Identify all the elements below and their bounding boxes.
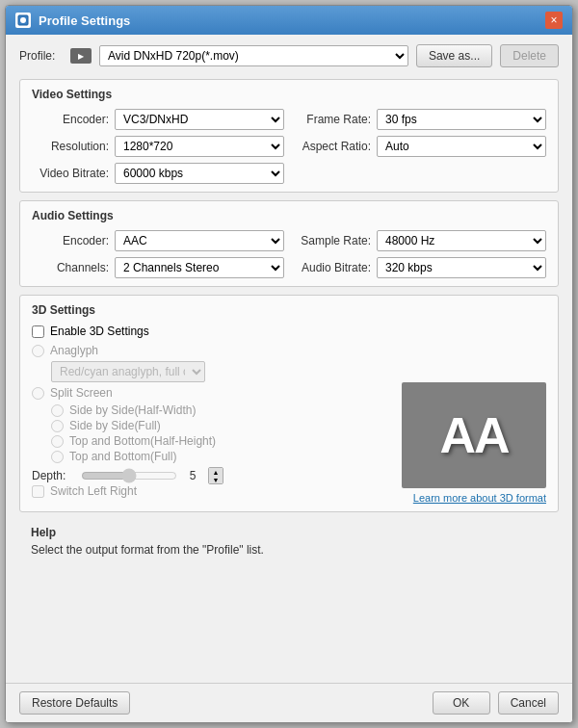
dialog-title: Profile Settings [39,13,545,28]
aspect-ratio-select[interactable]: Auto [377,136,546,157]
help-text: Select the output format from the "Profi… [31,543,547,557]
video-settings-grid: Encoder: VC3/DNxHD Frame Rate: 30 fps Re… [32,109,546,184]
video-bitrate-row: Video Bitrate: 60000 kbps [32,163,284,184]
3d-preview: AA [402,382,546,488]
depth-down-button[interactable]: ▼ [209,476,223,483]
switch-lr-checkbox[interactable] [32,485,44,498]
encoder-row: Encoder: VC3/DNxHD [32,109,284,130]
option3-row: Top and Bottom(Half-Height) [51,434,392,448]
top-bottom-full-radio[interactable] [51,451,64,463]
help-title: Help [31,526,547,539]
enable-3d-label: Enable 3D Settings [50,325,149,338]
split-screen-radio[interactable] [32,387,44,400]
channels-label: Channels: [32,261,109,274]
encoder-select[interactable]: VC3/DNxHD [115,109,284,130]
video-settings-section: Video Settings Encoder: VC3/DNxHD Frame … [19,79,559,193]
sample-rate-row: Sample Rate: 48000 Hz [294,230,546,251]
split-screen-label: Split Screen [50,386,113,400]
video-bitrate-label: Video Bitrate: [32,167,109,180]
frame-rate-select[interactable]: 30 fps [377,109,546,130]
audio-encoder-select[interactable]: AAC [115,230,284,251]
aspect-ratio-row: Aspect Ratio: Auto [294,136,546,157]
video-bitrate-select[interactable]: 60000 kbps [115,163,284,184]
enable-3d-row: Enable 3D Settings [32,325,392,338]
depth-spinner: ▲ ▼ [208,467,223,484]
switch-lr-label: Switch Left Right [50,484,137,498]
frame-rate-label: Frame Rate: [294,113,371,126]
help-section: Help Select the output format from the "… [19,520,559,562]
resolution-label: Resolution: [32,140,109,153]
ok-button[interactable]: OK [433,691,490,715]
side-by-side-full-radio[interactable] [51,420,64,432]
3d-settings-section: 3D Settings Enable 3D Settings Anaglyph [19,295,559,512]
anaglyph-label: Anaglyph [50,344,98,357]
profile-icon: ▶ [70,48,92,64]
audio-encoder-label: Encoder: [32,234,109,247]
audio-encoder-row: Encoder: AAC [32,230,284,251]
top-bottom-half-radio[interactable] [51,435,64,448]
option3-label: Top and Bottom(Half-Height) [69,434,216,448]
option2-row: Side by Side(Full) [51,419,392,432]
anaglyph-select-row: Red/cyan anaglyph, full color [51,361,392,382]
video-settings-title: Video Settings [32,88,546,101]
preview-text: AA [439,406,508,464]
cancel-button[interactable]: Cancel [498,691,559,715]
svg-point-1 [20,17,26,23]
learn-more-link[interactable]: Learn more about 3D format [413,492,546,504]
profile-settings-dialog: Profile Settings × Profile: ▶ Avid DNxHD… [5,5,573,723]
encoder-label: Encoder: [32,113,109,126]
audio-settings-section: Audio Settings Encoder: AAC Sample Rate:… [19,200,559,287]
profile-select[interactable]: Avid DNxHD 720p(*.mov) [99,45,408,66]
depth-slider[interactable] [81,468,177,483]
audio-bitrate-select[interactable]: 320 kbps [377,257,546,278]
profile-row: Profile: ▶ Avid DNxHD 720p(*.mov) Save a… [19,44,559,67]
audio-settings-grid: Encoder: AAC Sample Rate: 48000 Hz Chann… [32,230,546,278]
channels-row: Channels: 2 Channels Stereo [32,257,284,278]
sample-rate-label: Sample Rate: [294,234,371,247]
3d-preview-wrapper: AA Learn more about 3D format [402,325,546,504]
channels-select[interactable]: 2 Channels Stereo [115,257,284,278]
resolution-select[interactable]: 1280*720 [115,136,284,157]
audio-bitrate-row: Audio Bitrate: 320 kbps [294,257,546,278]
aspect-ratio-label: Aspect Ratio: [294,140,371,153]
split-screen-radio-row: Split Screen [32,386,392,400]
save-as-button[interactable]: Save as... [416,44,492,67]
switch-lr-row: Switch Left Right [32,484,392,498]
title-bar: Profile Settings × [6,6,572,35]
3d-settings-title: 3D Settings [32,303,546,317]
3d-controls: Enable 3D Settings Anaglyph Red/cyan ana… [32,325,392,504]
restore-defaults-button[interactable]: Restore Defaults [19,691,130,715]
anaglyph-select[interactable]: Red/cyan anaglyph, full color [51,361,205,382]
option4-label: Top and Bottom(Full) [69,450,176,463]
option2-label: Side by Side(Full) [69,419,161,432]
option1-label: Side by Side(Half-Width) [69,403,196,417]
audio-settings-title: Audio Settings [32,209,546,222]
profile-label: Profile: [19,49,63,63]
side-by-side-half-radio[interactable] [51,404,64,417]
enable-3d-checkbox[interactable] [32,325,44,338]
footer-right: OK Cancel [433,691,559,715]
anaglyph-radio-row: Anaglyph [32,344,392,357]
split-options: Side by Side(Half-Width) Side by Side(Fu… [51,403,392,463]
footer: Restore Defaults OK Cancel [6,683,572,722]
anaglyph-radio[interactable] [32,345,44,357]
delete-button[interactable]: Delete [500,44,559,67]
depth-value: 5 [183,469,202,482]
close-button[interactable]: × [545,12,563,29]
frame-rate-row: Frame Rate: 30 fps [294,109,546,130]
audio-bitrate-label: Audio Bitrate: [294,261,371,274]
option4-row: Top and Bottom(Full) [51,450,392,463]
depth-row: Depth: 5 ▲ ▼ [32,467,392,484]
depth-label: Depth: [32,469,75,482]
3d-inner: Enable 3D Settings Anaglyph Red/cyan ana… [32,325,546,504]
app-icon [15,13,31,28]
content-area: Profile: ▶ Avid DNxHD 720p(*.mov) Save a… [6,35,572,683]
sample-rate-select[interactable]: 48000 Hz [377,230,546,251]
depth-up-button[interactable]: ▲ [209,468,223,476]
option1-row: Side by Side(Half-Width) [51,403,392,417]
resolution-row: Resolution: 1280*720 [32,136,284,157]
